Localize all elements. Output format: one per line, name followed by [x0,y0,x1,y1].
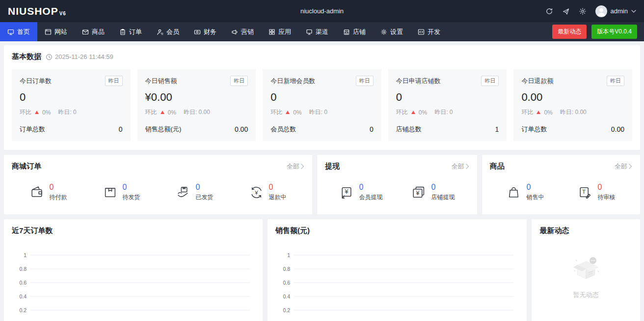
member-icon [157,29,163,35]
nav-label: 会员 [166,28,179,36]
gear-icon[interactable] [579,7,587,15]
card-total-row: 订单总数 0.00 [521,125,624,134]
marketing-icon [231,29,238,35]
ratio-label: 环比 [20,108,31,117]
ratio-value: 0% [544,109,552,116]
nav-label: 财务 [204,28,216,36]
rocket-icon[interactable] [562,7,570,15]
apps-icon [268,29,275,35]
item-pending-delivery[interactable]: 0 待发货 [103,183,140,202]
app-logo: NIUSHOP V6 [8,5,66,17]
nav-item-goods[interactable]: 商品 [75,22,112,41]
nav-item-settings[interactable]: 设置 [373,22,410,41]
nav-item-member[interactable]: 会员 [149,22,187,41]
refresh-icon[interactable] [545,7,554,15]
up-triangle-icon [537,111,540,114]
yesterday-badge: 昨日 [356,76,374,86]
total-value: 0 [370,125,374,133]
card-ratio-row: 环比 0% 昨日: 0 [396,108,499,117]
nav-item-marketing[interactable]: 营销 [224,22,261,41]
yesterday-badge: 昨日 [105,76,123,86]
up-triangle-icon [411,111,415,114]
total-value: 0 [119,125,123,133]
nav-item-home[interactable]: 首页 [0,22,37,41]
shop-withdraw-icon: ¥ [411,185,426,200]
card-title: 今日销售额 [145,77,177,86]
stat-card-today-refunds: 今日退款额昨日 0.00 环比 0% 昨日: 0.00 订单总数 0.00 [513,69,632,141]
username: admin [611,7,628,15]
nav-item-order[interactable]: 订单 [112,22,149,41]
audit-icon: T [578,185,592,200]
stat-card-today-shop-applies: 今日申请店铺数昨日 0 环比 0% 昨日: 0 店铺总数 1 [388,69,507,141]
nav-item-website[interactable]: 网站 [37,22,75,41]
card-title: 今日申请店铺数 [396,77,441,86]
total-value: 1 [495,125,499,133]
item-on-sale[interactable]: 0 销售中 [507,183,544,202]
item-member-withdraw[interactable]: ¥ 0 会员提现 [339,183,382,202]
delivery-icon [176,185,190,200]
ratio-value: 0% [42,109,51,116]
up-triangle-icon [286,111,290,114]
basic-data-panel: 基本数据 2025-11-26 11:44:59 今日订单数昨日 0 环比 0%… [4,45,640,150]
withdraw-all-link[interactable]: 全部 [452,162,469,171]
chevron-right-icon [629,164,632,169]
item-value: 0 [50,183,67,192]
item-refunding[interactable]: ¥ 0 退款中 [249,183,287,202]
latest-news-panel: 最新动态 暂无动态 [532,219,640,321]
nav-item-finance[interactable]: 财务 [187,22,224,41]
chevron-down-icon [631,10,636,13]
nav-item-dev[interactable]: 开发 [410,22,448,41]
nav-label: 营销 [241,28,254,36]
mall-order-all-link[interactable]: 全部 [287,162,304,171]
nav-label: 商品 [92,28,105,36]
item-delivered[interactable]: 0 已发货 [176,183,214,202]
nav-label: 网站 [54,28,67,36]
card-value: 0 [396,91,499,104]
nav-right-actions: 最新动态 版本号V0.0.4 [552,22,644,41]
card-value: 0 [270,91,374,104]
ratio-label: 环比 [270,108,282,117]
orders-7d-chart-title: 近7天订单数 [12,226,255,235]
nav-label: 订单 [129,28,142,36]
all-link-label: 全部 [615,162,627,171]
card-total-row: 会员总数 0 [270,125,374,134]
version-button[interactable]: 版本号V0.0.4 [591,25,637,39]
card-total-row: 店铺总数 1 [396,125,499,134]
empty-state: 暂无动态 [539,254,632,299]
item-pending-payment[interactable]: 0 待付款 [30,183,67,202]
yesterday-value: 昨日: 0 [309,108,327,117]
card-title: 今日新增会员数 [270,77,315,86]
goods-all-link[interactable]: 全部 [615,162,632,171]
chevron-right-icon [466,164,469,169]
total-label: 店铺总数 [396,125,422,134]
window-title: niucloud-admin [300,7,344,15]
orders-7d-chart: 00.20.40.60.812025-11-202025-11-222025-1… [12,251,255,321]
nav-item-channel[interactable]: 渠道 [298,22,336,41]
logo-text: NIUSHOP [8,5,58,17]
main-nav: 首页 网站 商品 订单 会员 财务 营销 应用 渠道 店铺 设置 开发 [0,22,644,41]
ratio-label: 环比 [396,108,408,117]
card-total-row: 销售总额(元) 0.00 [145,125,248,134]
yesterday-badge: 昨日 [481,76,499,86]
item-label: 待付款 [50,193,67,202]
svg-text:¥: ¥ [345,188,349,195]
topbar-actions: admin [545,5,636,17]
channel-icon [306,29,313,35]
nav-label: 渠道 [316,28,328,36]
item-shop-withdraw[interactable]: ¥ 0 店铺提现 [411,183,455,202]
sales-chart-panel: 销售额(元) 00.20.40.60.812025-11-202025-11-2… [268,219,527,321]
empty-text: 暂无动态 [573,291,599,299]
user-menu[interactable]: admin [595,5,636,17]
order-icon [119,29,126,35]
goods-panel: 商品 全部 0 销售中 T 0 待审 [482,155,640,214]
nav-item-shop[interactable]: 店铺 [336,22,373,41]
item-value: 0 [269,183,287,192]
wallet-icon [30,185,44,200]
latest-news-button[interactable]: 最新动态 [552,25,587,39]
card-ratio-row: 环比 0% 昨日: 0.00 [145,108,248,117]
up-triangle-icon [35,111,39,114]
yesterday-value: 昨日: 0.00 [560,108,587,117]
nav-item-apps[interactable]: 应用 [261,22,298,41]
home-icon [7,29,14,35]
item-pending-audit[interactable]: T 0 待审核 [578,183,615,202]
